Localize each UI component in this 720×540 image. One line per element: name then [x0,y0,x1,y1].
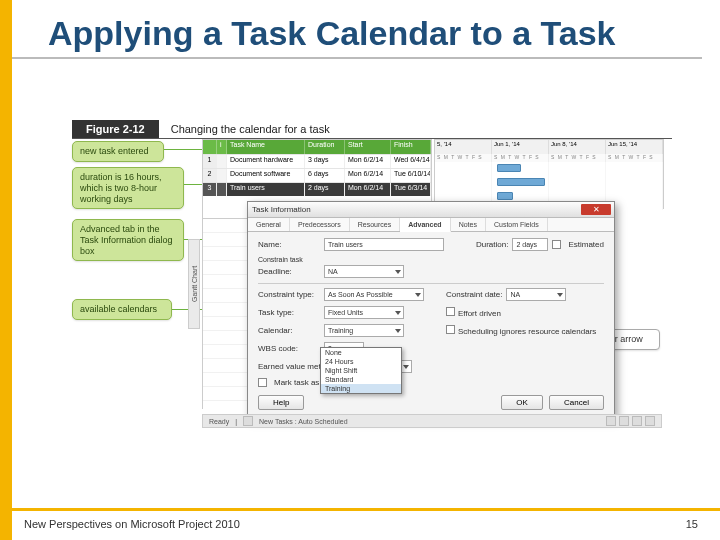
callout-advanced-tab: Advanced tab in the Task Information dia… [72,219,184,261]
day-labels: S M T W T F S [435,154,492,162]
task-type-label: Task type: [258,308,320,317]
row-id: 1 [203,155,217,168]
gantt-chart: 5, '14 Jun 1, '14 Jun 8, '14 Jun 15, '14… [434,139,664,209]
callout-calendars: available calendars [72,299,172,320]
page-number: 15 [686,518,698,530]
task-information-dialog: Task Information ✕ General Predecessors … [247,201,615,419]
dropdown-option-selected[interactable]: Training [321,384,401,393]
name-label: Name: [258,240,320,249]
dialog-titlebar[interactable]: Task Information ✕ [248,202,614,218]
constrain-label: Constrain task [258,256,604,263]
dialog-body: Name: Train users Duration: 2 days Estim… [248,232,614,398]
effort-driven-label: Effort driven [458,309,501,318]
gantt-bar[interactable] [497,192,513,200]
cell-task-name: Document software [227,169,305,182]
name-field[interactable]: Train users [324,238,444,251]
row-id: 3 [203,183,217,196]
table-row[interactable]: 1 Document hardware 3 days Mon 6/2/14 We… [203,154,431,168]
tab-general[interactable]: General [248,218,290,231]
tab-advanced[interactable]: Advanced [400,218,450,232]
cell-task-name: Train users [227,183,305,196]
figure-caption: Changing the calendar for a task [159,123,330,135]
gantt-timescale-weeks: 5, '14 Jun 1, '14 Jun 8, '14 Jun 15, '14 [435,140,663,154]
col-start[interactable]: Start [345,140,391,154]
cancel-button[interactable]: Cancel [549,395,604,410]
deadline-label: Deadline: [258,267,320,276]
milestone-checkbox[interactable] [258,378,267,387]
calendar-dropdown-list[interactable]: None 24 Hours Night Shift Standard Train… [320,347,402,394]
gantt-bar[interactable] [497,164,521,172]
day-labels: S M T W T F S [549,154,606,162]
task-type-field[interactable]: Fixed Units [324,306,404,319]
table-row-selected[interactable]: 3 Train users 2 days Mon 6/2/14 Tue 6/3/… [203,182,431,196]
gantt-sidebar-label: Gantt Chart [188,239,200,329]
cell-start: Mon 6/2/14 [345,183,391,196]
cell-duration: 2 days [305,183,345,196]
ok-button[interactable]: OK [501,395,543,410]
view-icon[interactable] [619,416,629,426]
figure: Figure 2-12 Changing the calendar for a … [72,120,672,440]
status-divider: | [235,418,237,425]
week-label: Jun 15, '14 [606,140,663,154]
arrow-line [164,149,202,150]
calendar-label: Calendar: [258,326,320,335]
cell-task-name: Document hardware [227,155,305,168]
gantt-bar[interactable] [497,178,545,186]
figure-label: Figure 2-12 [72,120,159,138]
dropdown-option[interactable]: None [321,348,401,357]
dialog-title: Task Information [252,205,311,214]
week-label: 5, '14 [435,140,492,154]
cell-start: Mon 6/2/14 [345,155,391,168]
dialog-footer: Help OK Cancel [248,391,614,414]
status-new-tasks: New Tasks : Auto Scheduled [259,418,348,425]
callout-new-task: new task entered [72,141,164,162]
constraint-type-label: Constraint type: [258,290,320,299]
table-row[interactable]: 2 Document software 6 days Mon 6/2/14 Tu… [203,168,431,182]
col-task-name[interactable]: Task Name [227,140,305,154]
tab-custom-fields[interactable]: Custom Fields [486,218,548,231]
cell-start: Mon 6/2/14 [345,169,391,182]
constraint-date-field[interactable]: NA [506,288,566,301]
dialog-tabs: General Predecessors Resources Advanced … [248,218,614,232]
effort-driven-checkbox[interactable] [446,307,455,316]
view-icon[interactable] [606,416,616,426]
gantt-timescale-days: S M T W T F S S M T W T F S S M T W T F … [435,154,663,162]
cell-duration: 3 days [305,155,345,168]
cell-finish: Wed 6/4/14 [391,155,431,168]
week-label: Jun 8, '14 [549,140,606,154]
figure-header: Figure 2-12 Changing the calendar for a … [72,120,672,139]
estimated-label: Estimated [568,240,604,249]
col-duration[interactable]: Duration [305,140,345,154]
indicator-column: i [217,140,227,154]
ignore-label: Scheduling ignores resource calendars [458,327,596,336]
dropdown-option[interactable]: Standard [321,375,401,384]
day-labels: S M T W T F S [606,154,663,162]
week-label: Jun 1, '14 [492,140,549,154]
zoom-icon[interactable] [645,416,655,426]
ignore-checkbox[interactable] [446,325,455,334]
wbs-label: WBS code: [258,344,320,353]
row-id: 2 [203,169,217,182]
tab-notes[interactable]: Notes [451,218,486,231]
grid-header: i Task Name Duration Start Finish [203,140,431,154]
col-finish[interactable]: Finish [391,140,431,154]
tab-resources[interactable]: Resources [350,218,400,231]
view-icon[interactable] [632,416,642,426]
dropdown-option[interactable]: Night Shift [321,366,401,375]
deadline-field[interactable]: NA [324,265,404,278]
dropdown-option[interactable]: 24 Hours [321,357,401,366]
day-labels: S M T W T F S [492,154,549,162]
duration-label: Duration: [476,240,508,249]
calendar-field[interactable]: Training [324,324,404,337]
close-button[interactable]: ✕ [581,204,611,215]
status-ready: Ready [209,418,229,425]
tab-predecessors[interactable]: Predecessors [290,218,350,231]
constraint-type-field[interactable]: As Soon As Possible [324,288,424,301]
constraint-date-label: Constraint date: [446,290,502,299]
schedule-mode-icon[interactable] [243,416,253,426]
duration-field[interactable]: 2 days [512,238,548,251]
estimated-checkbox[interactable] [552,240,561,249]
status-bar: Ready | New Tasks : Auto Scheduled [202,414,662,428]
help-button[interactable]: Help [258,395,304,410]
slide-footer: New Perspectives on Microsoft Project 20… [12,508,720,530]
